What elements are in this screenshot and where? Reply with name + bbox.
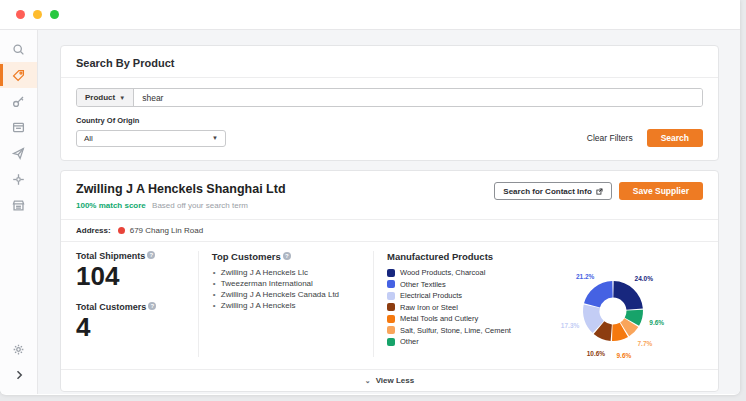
main-content: Search By Product Product ▼ Country Of O…	[38, 30, 740, 394]
legend-swatch	[387, 280, 395, 288]
legend-swatch	[387, 338, 395, 346]
donut-percent-label: 21.2%	[576, 272, 594, 279]
legend-swatch	[387, 269, 395, 277]
sidebar-spacer	[0, 218, 37, 336]
product-search-input[interactable]	[134, 89, 702, 106]
address-label: Address:	[76, 226, 111, 235]
total-customers-label: Total Customers?	[76, 302, 188, 312]
product-search-combo: Product ▼	[76, 88, 703, 107]
zoom-window-button[interactable]	[50, 10, 59, 19]
donut-slice[interactable]	[584, 281, 613, 308]
search-contact-info-button[interactable]: Search for Contact Info	[494, 182, 611, 200]
donut-percent-label: 9.6%	[649, 318, 664, 325]
view-less-label: View Less	[376, 376, 415, 385]
contact-button-label: Search for Contact Info	[503, 187, 591, 196]
sidebar-item-tracking[interactable]	[0, 166, 37, 192]
country-of-origin-label: Country Of Origin	[76, 116, 703, 125]
chevron-right-icon	[13, 369, 25, 381]
storefront-icon	[12, 199, 25, 212]
legend-swatch	[387, 303, 395, 311]
legend-label: Electrical Products	[400, 291, 462, 300]
donut-percent-label: 24.0%	[635, 275, 653, 282]
save-supplier-button[interactable]: Save Supplier	[619, 182, 703, 200]
titlebar	[0, 0, 740, 30]
products-donut-chart: 24.0%9.6%7.7%9.6%10.6%17.3%21.2%	[535, 263, 703, 357]
key-icon	[12, 95, 25, 108]
manufactured-products-label: Manufactured Products	[387, 251, 703, 262]
sidebar-item-marketplace[interactable]	[0, 192, 37, 218]
search-panel-title: Search By Product	[61, 57, 718, 78]
legend-item: Electrical Products	[387, 290, 535, 302]
chevron-down-icon: ▼	[119, 95, 125, 101]
legend-item: Raw Iron or Steel	[387, 302, 535, 314]
sidebar-item-outreach[interactable]	[0, 140, 37, 166]
sidebar-collapse-toggle[interactable]	[0, 362, 37, 388]
donut-percent-label: 10.6%	[587, 349, 605, 356]
products-legend: Wood Products, CharcoalOther TextilesEle…	[387, 267, 535, 357]
donut-slice[interactable]	[613, 281, 643, 310]
donut-percent-label: 7.7%	[637, 339, 652, 346]
view-less-toggle[interactable]: ⌄ View Less	[61, 369, 718, 391]
search-type-dropdown[interactable]: Product ▼	[77, 89, 134, 106]
tag-icon	[12, 69, 25, 82]
supplier-name: Zwilling J A Henckels Shanghai Ltd	[76, 182, 286, 196]
browser-window-icon	[12, 121, 25, 134]
totals-column: Total Shipments? 104 Total Customers? 4	[76, 251, 199, 357]
legend-swatch	[387, 315, 395, 323]
match-score-note: Based off your search term	[152, 201, 248, 210]
address-value: 679 Chang Lin Road	[130, 226, 203, 235]
info-icon[interactable]: ?	[283, 252, 291, 260]
close-window-button[interactable]	[16, 10, 25, 19]
top-customer-item[interactable]: Zwilling J A Henckels	[212, 300, 363, 311]
top-customer-item[interactable]: Zwilling J A Henckels Llc	[212, 267, 363, 278]
app-window: Search By Product Product ▼ Country Of O…	[0, 0, 740, 395]
send-icon	[12, 147, 25, 160]
donut-percent-label: 17.3%	[561, 321, 579, 328]
sidebar-item-tools[interactable]	[0, 88, 37, 114]
legend-item: Salt, Sulfur, Stone, Lime, Cement	[387, 325, 535, 337]
legend-label: Salt, Sulfur, Stone, Lime, Cement	[400, 326, 511, 335]
top-customers-label: Top Customers?	[212, 251, 363, 262]
total-shipments-label: Total Shipments?	[76, 251, 188, 261]
supplier-result-card: Zwilling J A Henckels Shanghai Ltd 100% …	[60, 170, 719, 392]
sidebar-item-settings[interactable]	[0, 336, 37, 362]
legend-swatch	[387, 326, 395, 334]
clear-filters-link[interactable]: Clear Filters	[587, 133, 633, 143]
legend-label: Wood Products, Charcoal	[400, 268, 485, 277]
chevron-down-icon: ▼	[212, 135, 218, 141]
search-icon	[12, 43, 25, 56]
legend-item: Metal Tools and Cutlery	[387, 313, 535, 325]
minimize-window-button[interactable]	[33, 10, 42, 19]
top-customer-item[interactable]: Zwilling J A Henckels Canada Ltd	[212, 289, 363, 300]
country-of-origin-select[interactable]: All ▼	[76, 130, 226, 147]
info-icon[interactable]: ?	[148, 302, 156, 310]
total-shipments-value: 104	[76, 263, 188, 290]
external-link-icon	[596, 188, 603, 195]
legend-label: Metal Tools and Cutlery	[400, 314, 478, 323]
crosshair-icon	[12, 173, 25, 186]
info-icon[interactable]: ?	[147, 251, 155, 259]
legend-label: Other	[400, 337, 419, 346]
legend-label: Raw Iron or Steel	[400, 303, 458, 312]
map-pin-icon	[118, 227, 125, 234]
legend-item: Wood Products, Charcoal	[387, 267, 535, 279]
search-by-product-panel: Search By Product Product ▼ Country Of O…	[60, 45, 719, 161]
sidebar-item-suppliers[interactable]	[0, 62, 37, 88]
search-button[interactable]: Search	[647, 129, 703, 147]
sidebar	[0, 30, 38, 394]
top-customers-list: Zwilling J A Henckels LlcTweezerman Inte…	[212, 267, 363, 311]
total-customers-value: 4	[76, 314, 188, 341]
top-customers-column: Top Customers? Zwilling J A Henckels Llc…	[199, 251, 374, 357]
manufactured-products-column: Manufactured Products Wood Products, Cha…	[374, 251, 703, 357]
donut-svg	[535, 263, 703, 357]
chevron-icon: ⌄	[365, 377, 371, 385]
country-selected-value: All	[84, 134, 93, 143]
top-customer-item[interactable]: Tweezerman International	[212, 278, 363, 289]
legend-item: Other Textiles	[387, 279, 535, 291]
donut-percent-label: 9.6%	[616, 351, 631, 358]
legend-label: Other Textiles	[400, 280, 446, 289]
legend-swatch	[387, 292, 395, 300]
sidebar-item-records[interactable]	[0, 114, 37, 140]
legend-item: Other	[387, 336, 535, 348]
sidebar-item-search[interactable]	[0, 36, 37, 62]
